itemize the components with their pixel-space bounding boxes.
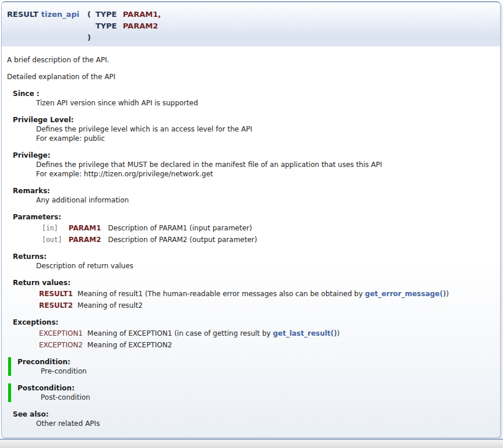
signature-spacer — [7, 20, 87, 32]
section-privilege-level-title: Privilege Level: — [13, 115, 495, 125]
section-exceptions-title: Exceptions: — [13, 318, 495, 327]
parameter-row: [in] PARAM1 Description of PARAM1 (input… — [42, 223, 495, 233]
section-see-also-title: See also: — [13, 410, 495, 419]
section-precondition: Precondition: Pre-condition — [8, 357, 495, 376]
return-value-name: RESULT2 — [39, 301, 73, 310]
section-parameters: Parameters: [in] PARAM1 Description of P… — [13, 212, 495, 244]
section-return-values: Return values: RESULT1Meaning of result1… — [13, 278, 495, 310]
return-value-row: RESULT1Meaning of result1 (The human-rea… — [39, 289, 495, 298]
param1-type: TYPE — [95, 9, 123, 20]
section-returns-text: Description of return values — [36, 261, 495, 271]
param2-name: PARAM2 — [123, 20, 495, 32]
section-precondition-text: Pre-condition — [41, 367, 495, 376]
section-privilege: Privilege: Defines the privilege that MU… — [13, 151, 495, 179]
detailed-description: Detailed explanation of the API — [7, 72, 495, 81]
signature-name-cell: RESULTtizen_api — [7, 9, 87, 20]
section-returns: Returns: Description of return values — [13, 252, 495, 271]
return-value-description: Meaning of result2 — [77, 301, 143, 310]
return-value-description: Meaning of result1 (The human-readable e… — [77, 290, 365, 298]
signature-grid: RESULTtizen_api ( TYPE PARAM1, TYPE PARA… — [7, 9, 495, 44]
exception-description: Meaning of EXCEPTION1 (in case of gettin… — [87, 329, 273, 337]
exception-row: EXCEPTION1Meaning of EXCEPTION1 (in case… — [39, 329, 495, 338]
parameter-row: [out] PARAM2 Description of PARAM2 (outp… — [42, 235, 495, 244]
section-privilege-level: Privilege Level: Defines the privilege l… — [13, 115, 495, 143]
brief-description: A brief description of the API. — [7, 55, 495, 65]
section-precondition-title: Precondition: — [17, 357, 495, 367]
exception-row: EXCEPTION2Meaning of EXCEPTION2 — [39, 340, 495, 350]
section-remarks: Remarks: Any additional information — [13, 186, 495, 205]
section-postcondition: Postcondition: Post-condition — [8, 383, 495, 402]
return-value-description-after: ) — [446, 290, 449, 298]
section-remarks-title: Remarks: — [13, 186, 495, 195]
section-postcondition-text: Post-condition — [41, 393, 495, 402]
footer-divider — [0, 439, 503, 448]
param2-type: TYPE — [95, 20, 123, 32]
section-since-title: Since : — [13, 89, 495, 98]
section-see-also: See also: Other related APIs — [13, 410, 495, 428]
signature-spacer — [7, 32, 87, 44]
section-privilege-level-text: Defines the privilege level which is an … — [36, 125, 495, 134]
section-exceptions: Exceptions: EXCEPTION1Meaning of EXCEPTI… — [13, 318, 495, 350]
get-error-message-link[interactable]: get_error_message() — [365, 290, 446, 298]
param-direction: [out] — [42, 235, 66, 244]
function-signature-header: RESULTtizen_api ( TYPE PARAM1, TYPE PARA… — [2, 2, 500, 47]
section-returns-title: Returns: — [13, 252, 495, 261]
section-privilege-example: For example: http://tizen.org/privilege/… — [36, 169, 495, 179]
exception-name: EXCEPTION2 — [39, 341, 83, 349]
param1-name: PARAM1, — [123, 9, 495, 20]
section-privilege-text: Defines the privilege that MUST be decla… — [36, 160, 495, 169]
section-since-text: Tizen API version since whidh API is sup… — [36, 98, 495, 108]
param-description: Description of PARAM2 (output parameter) — [108, 236, 257, 244]
section-privilege-level-example: For example: public — [36, 134, 495, 143]
section-postcondition-title: Postcondition: — [17, 383, 495, 393]
doc-body: A brief description of the API. Detailed… — [2, 47, 500, 438]
close-paren: ) — [87, 32, 95, 44]
return-value-row: RESULT2Meaning of result2 — [39, 301, 495, 310]
param-name: PARAM1 — [69, 224, 101, 232]
param-description: Description of PARAM1 (input parameter) — [108, 224, 252, 232]
exception-description-after: ) — [337, 329, 340, 337]
signature-spacer — [87, 20, 95, 32]
signature-spacer — [95, 32, 123, 44]
exception-name: EXCEPTION1 — [39, 329, 83, 337]
section-since: Since : Tizen API version since whidh AP… — [13, 89, 495, 108]
return-type: RESULT — [7, 10, 38, 19]
param-direction: [in] — [42, 223, 66, 233]
section-return-values-title: Return values: — [13, 278, 495, 287]
param-name: PARAM2 — [69, 236, 101, 244]
exception-description: Meaning of EXCEPTION2 — [87, 341, 172, 349]
api-doc-box: RESULTtizen_api ( TYPE PARAM1, TYPE PARA… — [1, 1, 501, 438]
return-value-name: RESULT1 — [39, 290, 73, 298]
get-last-result-link[interactable]: get_last_result() — [273, 329, 337, 337]
signature-spacer — [123, 32, 495, 44]
function-name-link[interactable]: tizen_api — [41, 10, 79, 19]
section-see-also-text: Other related APIs — [36, 419, 495, 428]
open-paren: ( — [87, 9, 95, 20]
section-parameters-title: Parameters: — [13, 212, 495, 222]
section-remarks-text: Any additional information — [36, 195, 495, 205]
section-privilege-title: Privilege: — [13, 151, 495, 160]
